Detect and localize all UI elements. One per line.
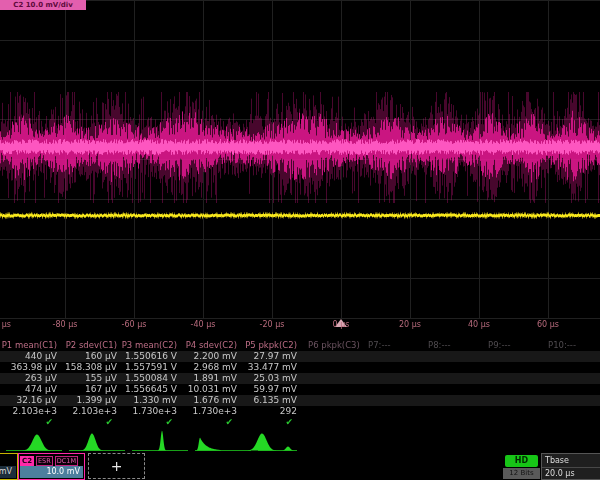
time-axis-label: 40 µs (468, 320, 490, 329)
channel-c1-descriptor[interactable]: DC1M 0 mV (0, 453, 18, 480)
measure-value: 6.135 mV (240, 395, 300, 406)
measure-value: 474 µV (0, 384, 60, 395)
measure-value: 1.557591 V (120, 362, 180, 373)
time-axis-label: 20 µs (399, 320, 421, 329)
measure-value: 1.550084 V (120, 373, 180, 384)
timebase-label: Tbase (542, 454, 600, 468)
trace-descriptor-badge[interactable]: C2 10.0 mV/div (0, 0, 86, 10)
c2-esr-badge: ESR (36, 456, 53, 466)
measure-value: 32.16 µV (0, 395, 60, 406)
c2-channel-label: C2 (20, 456, 34, 466)
c1-vertical-scale: 0 mV (0, 466, 16, 478)
time-axis-label: -40 µs (191, 320, 216, 329)
status-check-icon: ✔ (0, 417, 60, 428)
measure-value: 158.308 µV (60, 362, 120, 373)
measure-row: 32.16 µV1.399 µV1.330 mV1.676 mV6.135 mV (0, 395, 600, 406)
status-check-icon: ✔ (120, 417, 180, 428)
measure-param-header-unused[interactable]: P6 pkpk(C3) (300, 340, 360, 351)
measure-value: 2.103e+3 (0, 406, 60, 417)
timebase-scale: 20.0 µs (542, 468, 600, 480)
measurement-table: P1 mean(C1)P2 sdev(C1)P3 mean(C2)P4 sdev… (0, 340, 600, 428)
measure-param-header[interactable]: P3 mean(C2) (120, 340, 180, 351)
measure-value: 1.556645 V (120, 384, 180, 395)
bottom-bar: DC1M 0 mV C2 ESR DC1M 10.0 mV + HD 12 Bi… (0, 452, 600, 480)
measure-param-header-unused[interactable]: P8:--- (420, 340, 480, 351)
time-axis: -100 µs-80 µs-60 µs-40 µs-20 µs0 µs20 µs… (0, 319, 600, 334)
plus-icon: + (111, 458, 123, 474)
add-trace-button[interactable]: + (88, 453, 145, 479)
measure-param-header-unused[interactable]: P7:--- (360, 340, 420, 351)
measure-value: 1.330 mV (120, 395, 180, 406)
measure-param-header[interactable]: P5 pkpk(C2) (240, 340, 300, 351)
timebase-descriptor[interactable]: Tbase 20.0 µs (541, 453, 600, 480)
status-check-icon: ✔ (240, 417, 300, 428)
time-axis-label: -60 µs (122, 320, 147, 329)
measure-value: 33.477 mV (240, 362, 300, 373)
time-axis-label: 60 µs (537, 320, 559, 329)
measure-value: 10.031 mV (180, 384, 240, 395)
measure-row: 474 µV167 µV1.556645 V10.031 mV59.97 mV (0, 384, 600, 395)
measure-value: 27.97 mV (240, 351, 300, 362)
time-axis-label: -80 µs (53, 320, 78, 329)
measure-param-header[interactable]: P1 mean(C1) (0, 340, 60, 351)
channel-c2-descriptor[interactable]: C2 ESR DC1M 10.0 mV (18, 453, 85, 480)
c2-vertical-scale: 10.0 mV (20, 466, 83, 478)
measure-value: 59.97 mV (240, 384, 300, 395)
waveform-display[interactable] (0, 0, 600, 334)
measure-value: 1.550616 V (120, 351, 180, 362)
measure-value: 155 µV (60, 373, 120, 384)
measure-value: 167 µV (60, 384, 120, 395)
time-axis-label: -20 µs (260, 320, 285, 329)
time-axis-label: 0 µs (333, 320, 350, 329)
resolution-bits-chip: 12 Bits (503, 468, 540, 479)
measure-value: 1.399 µV (60, 395, 120, 406)
measure-value: 1.676 mV (180, 395, 240, 406)
measure-status-row: ✔✔✔✔✔ (0, 417, 600, 428)
measure-value: 440 µV (0, 351, 60, 362)
measure-value: 2.968 mV (180, 362, 240, 373)
measure-param-header-unused[interactable]: P10:--- (540, 340, 600, 351)
status-check-icon: ✔ (60, 417, 120, 428)
measure-value: 292 (240, 406, 300, 417)
measure-param-header[interactable]: P2 sdev(C1) (60, 340, 120, 351)
measure-value: 2.103e+3 (60, 406, 120, 417)
measure-value: 2.200 mV (180, 351, 240, 362)
measure-value: 1.891 mV (180, 373, 240, 384)
measure-param-header-unused[interactable]: P9:--- (480, 340, 540, 351)
measure-row: 363.98 µV158.308 µV1.557591 V2.968 mV33.… (0, 362, 600, 373)
measure-value: 263 µV (0, 373, 60, 384)
oscilloscope-screen: C2 10.0 mV/div -100 µs-80 µs-60 µs-40 µs… (0, 0, 600, 480)
measure-row: 2.103e+32.103e+31.730e+31.730e+3292 (0, 406, 600, 417)
time-axis-label: -100 µs (0, 320, 11, 329)
measure-value: 1.730e+3 (120, 406, 180, 417)
measure-value: 363.98 µV (0, 362, 60, 373)
measure-histicons[interactable] (0, 430, 600, 452)
status-check-icon: ✔ (180, 417, 240, 428)
measure-value: 25.03 mV (240, 373, 300, 384)
measure-row: 263 µV155 µV1.550084 V1.891 mV25.03 mV (0, 373, 600, 384)
hd-mode-badge[interactable]: HD (505, 455, 538, 467)
measure-value: 1.730e+3 (180, 406, 240, 417)
measure-value: 160 µV (60, 351, 120, 362)
measure-param-header[interactable]: P4 sdev(C2) (180, 340, 240, 351)
measure-row: 440 µV160 µV1.550616 V2.200 mV27.97 mV (0, 351, 600, 362)
measure-header-row: P1 mean(C1)P2 sdev(C1)P3 mean(C2)P4 sdev… (0, 340, 600, 351)
c2-coupling-badge: DC1M (55, 456, 78, 466)
